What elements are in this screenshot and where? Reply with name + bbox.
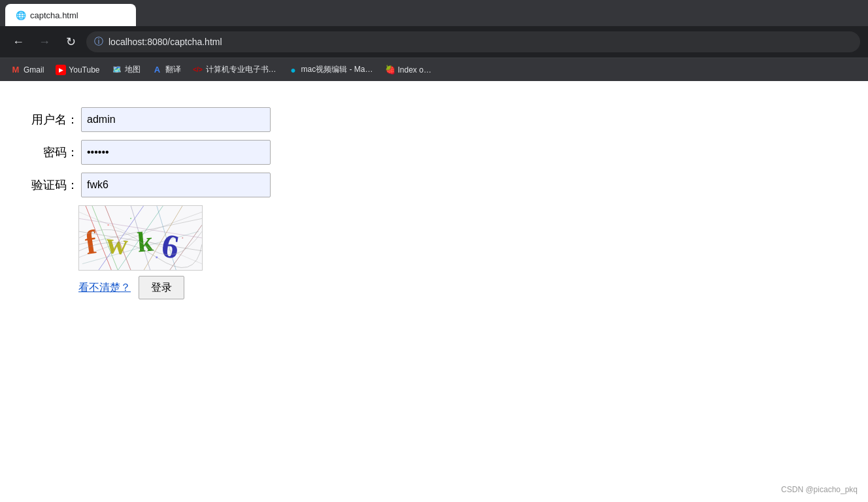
login-form: 用户名： 密码： 验证码： — [13, 94, 855, 312]
tab-bar: 🌐 captcha.html — [0, 0, 868, 26]
password-label: 密码： — [13, 144, 78, 160]
bookmark-translate-label: 翻译 — [165, 64, 181, 75]
gmail-icon: M — [10, 65, 21, 75]
captcha-image[interactable]: f w k 6 — [78, 205, 203, 271]
svg-point-23 — [182, 237, 183, 239]
bookmark-gmail-label: Gmail — [24, 65, 44, 75]
index-icon: 🍓 — [385, 65, 395, 75]
bookmark-translate[interactable]: A 翻译 — [147, 61, 186, 78]
bookmark-youtube-label: YouTube — [69, 65, 99, 75]
captcha-input-row: 验证码： — [13, 173, 855, 197]
bookmark-youtube[interactable]: ▶ YouTube — [50, 62, 105, 78]
bookmark-gmail[interactable]: M Gmail — [5, 62, 49, 78]
info-icon: ⓘ — [94, 36, 103, 48]
bookmark-index[interactable]: 🍓 Index o… — [380, 62, 437, 78]
watermark-text: CSDN @picacho_pkq — [781, 485, 858, 494]
address-bar[interactable]: ⓘ localhost:8080/captcha.html — [86, 31, 860, 52]
page-content: 用户名： 密码： 验证码： — [0, 81, 868, 502]
username-input[interactable] — [81, 107, 271, 132]
nav-bar: ← → ↻ ⓘ localhost:8080/captcha.html — [0, 26, 868, 58]
youtube-icon: ▶ — [56, 65, 66, 75]
svg-point-22 — [130, 218, 131, 219]
refresh-captcha-link[interactable]: 看不清楚？ — [78, 281, 131, 295]
translate-icon: A — [152, 65, 163, 75]
captcha-label: 验证码： — [13, 177, 78, 193]
password-input[interactable] — [81, 140, 271, 165]
login-button[interactable]: 登录 — [139, 276, 184, 299]
bookmark-mac-video-label: mac视频编辑 - Ma… — [301, 64, 373, 75]
captcha-input[interactable] — [81, 173, 271, 197]
csdn-icon: </> — [193, 65, 203, 75]
active-tab[interactable]: 🌐 captcha.html — [5, 4, 136, 26]
username-row: 用户名： — [13, 107, 855, 132]
svg-text:w: w — [105, 226, 129, 261]
browser-chrome: 🌐 captcha.html ← → ↻ ⓘ localhost:8080/ca… — [0, 0, 868, 81]
captcha-image-row: f w k 6 — [13, 205, 855, 271]
bookmark-maps-label: 地图 — [125, 64, 141, 75]
tab-favicon: 🌐 — [16, 10, 26, 20]
reload-button[interactable]: ↻ — [60, 31, 81, 52]
svg-text:k: k — [136, 225, 155, 258]
forward-button[interactable]: → — [34, 31, 55, 52]
username-label: 用户名： — [13, 112, 78, 127]
password-row: 密码： — [13, 140, 855, 165]
bookmark-csdn-label: 计算机专业电子书… — [206, 64, 276, 75]
svg-point-20 — [108, 224, 109, 226]
page-footer: CSDN @picacho_pkq — [781, 485, 858, 494]
captcha-actions: 看不清楚？ 登录 — [78, 276, 855, 299]
bookmark-index-label: Index o… — [398, 65, 431, 75]
tab-title: captcha.html — [30, 10, 78, 20]
bookmark-csdn[interactable]: </> 计算机专业电子书… — [188, 61, 282, 78]
bookmark-maps[interactable]: 🗺️ 地图 — [107, 61, 146, 78]
mac-video-icon: ● — [288, 65, 299, 75]
back-button[interactable]: ← — [8, 31, 29, 52]
maps-icon: 🗺️ — [112, 65, 122, 75]
bookmark-mac-video[interactable]: ● mac视频编辑 - Ma… — [283, 61, 378, 78]
url-text: localhost:8080/captcha.html — [108, 37, 222, 47]
bookmarks-bar: M Gmail ▶ YouTube 🗺️ 地图 A 翻译 </> 计算机专业电子… — [0, 58, 868, 81]
